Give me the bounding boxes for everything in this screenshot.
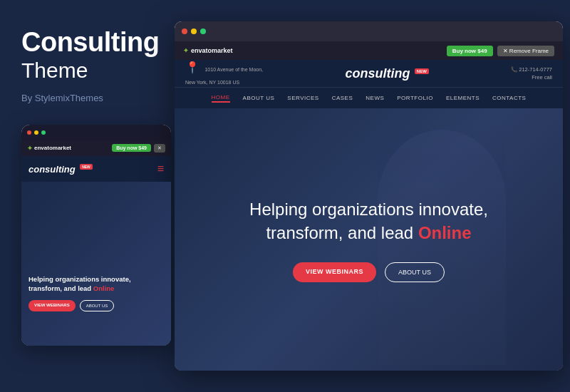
mobile-hero: Helping organizations innovate, transfor… (21, 182, 171, 346)
nav-item-news[interactable]: NEWS (366, 95, 384, 101)
desktop-envato-right: Buy now $49 ✕ Remove Frame (447, 46, 554, 56)
hero-about-button[interactable]: ABOUT US (385, 262, 445, 282)
mobile-hero-content: Helping organizations innovate, transfor… (28, 217, 164, 312)
mobile-logo: consulting NEW (28, 163, 93, 175)
desktop-top-bar (175, 21, 563, 41)
site-hero: Helping organizations innovate, transfor… (175, 108, 563, 371)
mobile-hero-text: Helping organizations innovate, transfor… (28, 274, 164, 294)
main-title: Consulting Theme (21, 29, 146, 90)
site-address: 📍 1010 Avenue of the Moon, New York, NY … (185, 61, 263, 87)
mobile-mockup: ✦ envatomarket Buy now $49 ✕ consulting … (21, 125, 171, 346)
desktop-dot-yellow (191, 29, 197, 34)
site-nav: HOME ABOUT US SERVICES CASES NEWS PORTFO… (175, 87, 563, 108)
envato-icon: ✦ (27, 145, 33, 152)
nav-item-cases[interactable]: CASES (332, 95, 353, 101)
desktop-mockup: ✦ envatomarket Buy now $49 ✕ Remove Fram… (175, 21, 563, 371)
desktop-dot-red (182, 29, 187, 34)
nav-item-elements[interactable]: ELEMENTS (446, 95, 480, 101)
mobile-dot-yellow (34, 130, 38, 135)
mobile-envato-logo: ✦ envatomarket (27, 145, 71, 152)
mobile-hero-online: Online (93, 284, 115, 292)
mobile-buy-button[interactable]: Buy now $49 (112, 144, 151, 152)
by-author: By StylemixThemes (21, 93, 146, 103)
hero-online-text: Online (418, 223, 472, 242)
title-consulting: Consulting (21, 29, 146, 57)
mobile-top-bar (21, 125, 171, 140)
desktop-envato-icon: ✦ (183, 47, 189, 54)
mobile-envato-bar: ✦ envatomarket Buy now $49 ✕ (21, 140, 171, 156)
mobile-site-header: consulting NEW ≡ (21, 156, 171, 182)
mobile-about-button[interactable]: ABOUT US (80, 300, 115, 311)
hero-heading-line1: Helping organizations innovate, (249, 200, 488, 219)
hero-heading-line2: transform, and lead (266, 223, 413, 242)
desktop-envato-logo: ✦ envatomarket (183, 47, 233, 54)
mobile-logo-text: consulting (28, 164, 76, 175)
phone-icon: 📞 (511, 66, 517, 73)
mobile-hamburger-icon[interactable]: ≡ (157, 163, 164, 175)
site-header: 📍 1010 Avenue of the Moon, New York, NY … (175, 60, 563, 87)
nav-item-services[interactable]: SERVICES (287, 95, 318, 101)
mobile-hero-heading: Helping organizations innovate, transfor… (28, 275, 131, 292)
nav-item-home[interactable]: HOME (212, 94, 230, 103)
left-panel: Consulting Theme By StylemixThemes ✦ env… (0, 0, 164, 392)
address-icon: 📍 (185, 61, 200, 73)
mobile-envato-text: envatomarket (34, 145, 71, 151)
hero-content: Helping organizations innovate, transfor… (249, 198, 488, 282)
site-logo: consulting NEW (345, 66, 428, 81)
mobile-dot-red (27, 130, 31, 135)
desktop-buy-button[interactable]: Buy now $49 (447, 46, 493, 56)
hero-btn-row: VIEW WEBINARS ABOUT US (249, 262, 488, 282)
desktop-dot-green (200, 29, 206, 34)
title-theme: Theme (21, 58, 146, 83)
hero-webinar-button[interactable]: VIEW WEBINARS (293, 262, 376, 282)
hero-heading: Helping organizations innovate, transfor… (249, 198, 488, 244)
desktop-envato-bar: ✦ envatomarket Buy now $49 ✕ Remove Fram… (175, 41, 563, 60)
mobile-logo-badge: NEW (80, 164, 93, 170)
mobile-webinar-button[interactable]: VIEW WEBINARS (28, 300, 76, 311)
desktop-remove-button[interactable]: ✕ Remove Frame (497, 46, 554, 56)
mobile-remove-button[interactable]: ✕ (154, 144, 165, 153)
desktop-envato-text: envatomarket (191, 47, 233, 54)
site-logo-badge: NEW (415, 68, 429, 74)
nav-item-portfolio[interactable]: PORTFOLIO (397, 95, 433, 101)
site-logo-text: consulting (345, 66, 410, 81)
mobile-btn-row: VIEW WEBINARS ABOUT US (28, 300, 164, 311)
nav-item-about[interactable]: ABOUT US (243, 95, 275, 101)
mobile-dot-green (41, 130, 46, 135)
nav-item-contacts[interactable]: CONTACTS (492, 95, 526, 101)
site-phone: 📞 212-714-0777 Free call (511, 66, 552, 82)
